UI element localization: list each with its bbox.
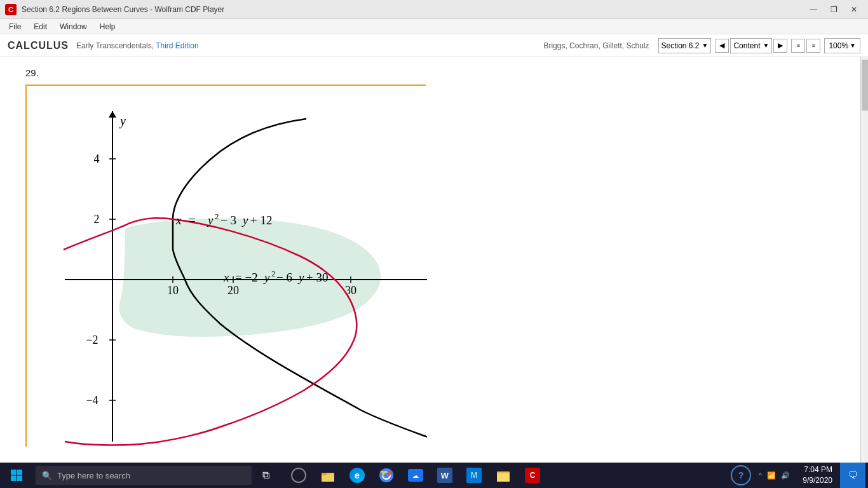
taskbar-app-filemanager[interactable] <box>489 463 517 488</box>
svg-text:−2: −2 <box>86 334 98 346</box>
maximize-button[interactable]: ❐ <box>825 3 843 16</box>
taskbar-app-word[interactable]: W <box>431 463 459 488</box>
zoom-control[interactable]: 100% ▼ <box>824 38 860 53</box>
authors-label: Briggs, Cochran, Gillett, Schulz <box>543 41 649 50</box>
help-icon[interactable]: ? <box>731 465 751 485</box>
app-header: CALCULUS Early Transcendentals, Third Ed… <box>0 34 868 57</box>
section-dropdown[interactable]: Section 6.2 ▼ <box>658 38 712 53</box>
content-dropdown-arrow: ▼ <box>763 42 769 49</box>
svg-rect-46 <box>497 473 510 482</box>
titlebar-left: C Section 6.2 Regions Between Curves - W… <box>5 4 224 15</box>
svg-text:x: x <box>223 271 229 284</box>
sound-icon[interactable]: 🔊 <box>781 471 790 480</box>
window-title: Section 6.2 Regions Between Curves - Wol… <box>22 5 224 14</box>
svg-text:+ 12: + 12 <box>250 214 272 227</box>
menu-edit[interactable]: Edit <box>27 21 53 32</box>
svg-text:− 6: − 6 <box>276 271 292 284</box>
search-placeholder-text: Type here to search <box>57 471 130 480</box>
filemanager-icon <box>496 468 511 483</box>
svg-text:y: y <box>241 214 248 227</box>
close-button[interactable]: ✕ <box>845 3 863 16</box>
onedrive-icon: ☁ <box>408 469 423 482</box>
task-view-button[interactable]: ⧉ <box>252 463 280 488</box>
svg-text:=: = <box>189 214 196 227</box>
nav-prev-button[interactable]: ◀ <box>715 39 729 53</box>
notification-icon: 🗨 <box>848 470 857 480</box>
taskbar-app-red[interactable]: C <box>519 463 546 488</box>
red-app-icon: C <box>525 468 540 483</box>
network-icon[interactable]: 📶 <box>767 471 776 480</box>
unknown-app-icon: M <box>466 468 482 483</box>
menu-bar: File Edit Window Help <box>0 19 868 34</box>
graph-container: 10 20 30 x 4 2 −2 −4 y <box>25 85 426 447</box>
problem-number: 29. <box>25 67 843 78</box>
date-display: 9/9/2020 <box>803 475 832 486</box>
taskbar-app-chrome[interactable] <box>372 463 400 488</box>
clock[interactable]: 7:04 PM 9/9/2020 <box>797 464 837 486</box>
svg-text:2: 2 <box>94 213 100 226</box>
svg-text:2: 2 <box>215 212 219 221</box>
edge-icon: e <box>349 468 365 483</box>
svg-text:y: y <box>263 271 270 284</box>
taskbar-app-onedrive[interactable]: ☁ <box>402 463 430 488</box>
svg-rect-40 <box>322 475 334 482</box>
taskbar-app-files[interactable] <box>314 463 342 488</box>
calculus-title: CALCULUS <box>8 40 69 51</box>
outline-button[interactable]: ≡ <box>791 39 805 53</box>
taskbar-app-cortana[interactable] <box>285 463 313 488</box>
svg-rect-36 <box>17 470 23 475</box>
chrome-icon <box>379 468 394 483</box>
nav-controls: ◀ Content ▼ ▶ <box>715 38 787 53</box>
main-content: 29. 10 20 30 <box>0 57 868 463</box>
svg-text:20: 20 <box>227 284 239 297</box>
svg-text:−4: −4 <box>86 394 98 407</box>
header-right: Briggs, Cochran, Gillett, Schulz Section… <box>543 38 860 53</box>
search-bar[interactable]: 🔍 Type here to search <box>36 466 252 485</box>
taskbar-right: ? ^ 📶 🔊 7:04 PM 9/9/2020 🗨 <box>731 463 868 488</box>
graph-svg: 10 20 30 x 4 2 −2 −4 y <box>27 86 427 448</box>
svg-rect-38 <box>17 476 23 482</box>
menu-help[interactable]: Help <box>93 21 122 32</box>
notification-button[interactable]: 🗨 <box>840 463 865 488</box>
svg-text:+ 30: + 30 <box>306 271 328 284</box>
svg-rect-41 <box>322 473 327 475</box>
svg-text:10: 10 <box>167 284 179 297</box>
system-tray-icons: ^ 📶 🔊 <box>754 471 795 480</box>
word-icon: W <box>437 468 452 483</box>
menu-window[interactable]: Window <box>53 21 93 32</box>
window-controls: — ❐ ✕ <box>804 3 863 16</box>
book-subtitle: Early Transcendentals, Third Edition <box>76 41 199 50</box>
content-dropdown[interactable]: Content ▼ <box>730 38 772 53</box>
time-display: 7:04 PM <box>803 464 832 475</box>
menu-file[interactable]: File <box>3 21 27 32</box>
view-controls: ≡ ≡ <box>791 39 820 53</box>
scrollbar[interactable] <box>860 57 868 463</box>
taskbar-app-unknown[interactable]: M <box>460 463 488 488</box>
nav-next-button[interactable]: ▶ <box>773 39 787 53</box>
svg-rect-35 <box>11 470 17 475</box>
page-button[interactable]: ≡ <box>806 39 820 53</box>
svg-text:− 3: − 3 <box>220 214 236 227</box>
svg-text:4: 4 <box>94 152 100 165</box>
svg-text:2: 2 <box>271 269 276 278</box>
chevron-icon[interactable]: ^ <box>759 471 762 479</box>
start-button[interactable] <box>0 463 33 488</box>
file-explorer-icon <box>320 468 336 483</box>
minimize-button[interactable]: — <box>804 3 822 16</box>
svg-rect-37 <box>11 476 17 482</box>
title-bar: C Section 6.2 Regions Between Curves - W… <box>0 0 868 19</box>
svg-text:y: y <box>297 271 304 284</box>
app-icon: C <box>5 4 17 15</box>
svg-text:x: x <box>175 214 182 227</box>
svg-text:y: y <box>207 214 214 227</box>
search-icon: 🔍 <box>42 471 52 480</box>
taskbar: 🔍 Type here to search ⧉ e <box>0 463 868 488</box>
svg-text:y: y <box>119 114 126 128</box>
dropdown-arrow: ▼ <box>702 42 709 49</box>
scrollbar-thumb[interactable] <box>862 60 868 111</box>
svg-text:= −2: = −2 <box>235 271 258 284</box>
cortana-icon <box>291 468 306 483</box>
taskbar-app-edge[interactable]: e <box>343 463 371 488</box>
taskbar-apps: e ☁ W M <box>285 463 546 488</box>
windows-logo-icon <box>10 469 23 482</box>
